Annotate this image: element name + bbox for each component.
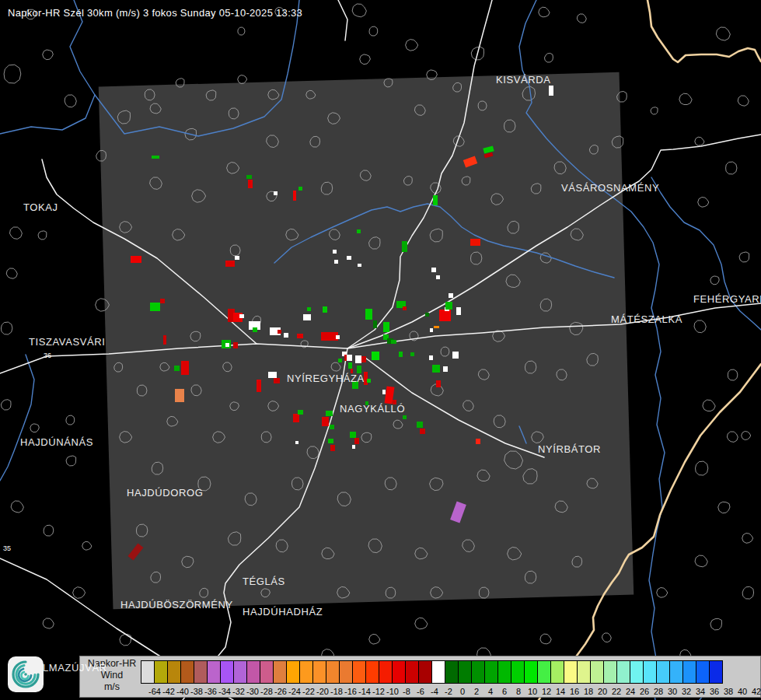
settlement-outline xyxy=(66,415,75,425)
wind-cell xyxy=(174,366,180,371)
settlement-outline xyxy=(393,420,403,429)
legend-tick: 8 xyxy=(516,687,521,696)
legend-panel: Napkor-HR Wind m/s -64-42-40-38-36-34-32… xyxy=(79,656,761,698)
city-label: TÉGLÁS xyxy=(243,576,285,587)
wind-cell xyxy=(347,355,352,361)
settlement-outline xyxy=(651,107,658,114)
settlement-outline xyxy=(369,237,381,249)
wind-cell xyxy=(268,372,277,378)
settlement-outline xyxy=(525,571,536,583)
settlement-outline xyxy=(261,589,271,597)
legend-color-box xyxy=(273,660,287,684)
river-line xyxy=(0,0,95,134)
settlement-outline xyxy=(718,502,730,513)
wind-cell xyxy=(439,310,451,321)
legend-tick: -38 xyxy=(190,687,203,696)
wind-cell xyxy=(293,414,299,422)
settlement-outline xyxy=(322,548,334,558)
settlement-outline xyxy=(369,634,380,644)
legend-color-box xyxy=(590,660,604,684)
settlement-outline xyxy=(96,150,106,161)
settlement-outline xyxy=(369,26,378,36)
wind-cell xyxy=(410,352,414,356)
settlement-outline xyxy=(679,93,692,104)
settlement-outline xyxy=(587,478,598,488)
wind-cell xyxy=(131,256,141,263)
legend-color-box xyxy=(616,660,630,684)
wind-cell xyxy=(225,343,229,347)
wind-cell xyxy=(367,379,371,383)
wind-cell xyxy=(160,299,165,303)
settlement-outline xyxy=(539,7,550,17)
settlement-outline xyxy=(11,501,23,513)
settlement-outline xyxy=(406,40,418,51)
legend-tick: -6 xyxy=(417,687,424,696)
wind-cell xyxy=(307,307,311,311)
settlement-outline xyxy=(268,401,279,411)
settlement-outline xyxy=(739,252,749,262)
settlement-outline xyxy=(703,400,715,411)
settlement-outline xyxy=(120,432,132,443)
settlement-outline xyxy=(572,556,582,567)
wind-cell xyxy=(336,335,340,339)
legend-color-box xyxy=(299,660,313,684)
legend-color-box xyxy=(550,660,564,684)
wind-cell xyxy=(248,180,253,188)
wind-cell xyxy=(452,352,459,359)
settlement-outline xyxy=(192,190,206,202)
settlement-outline xyxy=(66,456,76,466)
settlement-outline xyxy=(206,90,216,100)
settlement-outline xyxy=(471,252,482,264)
wind-cell xyxy=(355,355,361,363)
settlement-outline xyxy=(286,229,298,240)
legend-color-box xyxy=(418,660,432,684)
legend-color-box xyxy=(326,660,340,684)
legend-tick: 24 xyxy=(626,687,635,696)
settlement-outline xyxy=(337,492,351,506)
settlement-outline xyxy=(415,618,428,629)
legend-tick: -20 xyxy=(316,687,329,696)
legend-color-box xyxy=(194,660,208,684)
legend-color-box xyxy=(339,660,353,684)
wind-cell xyxy=(321,332,338,341)
settlement-outline xyxy=(415,548,428,559)
legend-color-box xyxy=(643,660,657,684)
wind-cell xyxy=(456,307,461,315)
settlement-outline xyxy=(453,82,462,92)
settlement-outline xyxy=(230,402,239,411)
city-label: KISVÁRDA xyxy=(496,74,551,86)
wind-cell xyxy=(483,145,494,153)
legend-tick: -34 xyxy=(218,687,231,696)
settlement-outline xyxy=(150,177,162,189)
wind-cell xyxy=(357,229,361,233)
legend-tick: 34 xyxy=(696,687,705,696)
wind-cell xyxy=(235,256,239,260)
wind-cell xyxy=(402,241,407,252)
wind-cell xyxy=(382,390,386,394)
settlement-outline xyxy=(261,432,271,443)
wind-cell xyxy=(328,439,333,443)
road-line xyxy=(42,159,257,344)
settlement-outline xyxy=(227,163,239,174)
settlement-outline xyxy=(430,478,443,490)
settlement-outline xyxy=(696,461,708,475)
settlement-outline xyxy=(213,432,225,443)
settlement-outline xyxy=(230,245,240,256)
wind-cell xyxy=(432,365,440,373)
settlement-outline xyxy=(698,198,709,208)
wind-cell xyxy=(430,328,433,332)
app-logo xyxy=(8,656,44,692)
settlement-outline xyxy=(602,633,612,642)
wind-cell xyxy=(334,260,338,264)
settlement-outline xyxy=(612,136,623,148)
wind-cell xyxy=(399,352,403,357)
wind-cell xyxy=(297,334,303,338)
settlement-outline xyxy=(152,462,163,474)
legend-tick: 36 xyxy=(710,687,719,696)
legend-tick: 30 xyxy=(668,687,677,696)
legend-tick: 26 xyxy=(640,687,649,696)
legend-color-box xyxy=(352,660,366,684)
settlement-outline xyxy=(96,299,110,311)
legend-tick: 6 xyxy=(502,687,507,696)
road-number-label: 35 xyxy=(3,544,11,552)
